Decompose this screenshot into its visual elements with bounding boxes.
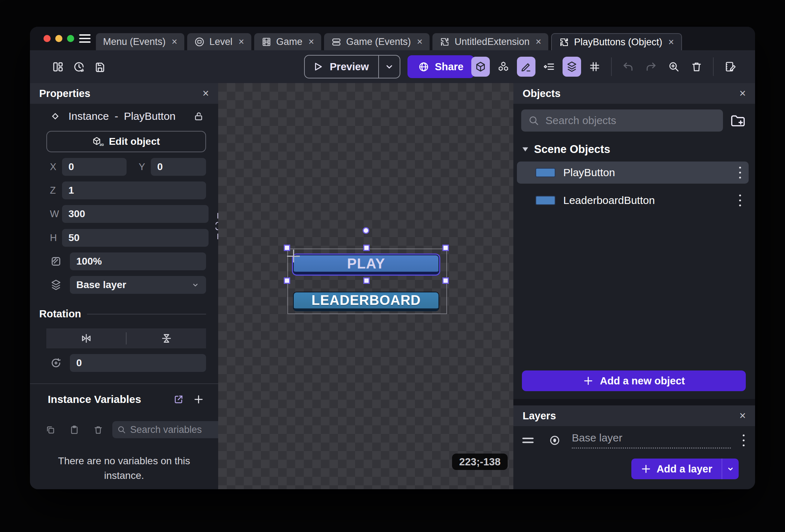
add-new-object-button[interactable]: Add a new object	[522, 370, 746, 391]
edit-object-button[interactable]: 2D Edit object	[46, 131, 206, 152]
layer-name-field[interactable]: Base layer	[572, 432, 731, 449]
share-button[interactable]: Share	[407, 55, 474, 78]
search-icon	[528, 115, 539, 126]
height-field[interactable]	[62, 229, 209, 247]
tab-untitled-extension[interactable]: UntitledExtension ×	[432, 33, 548, 50]
trash-icon[interactable]	[93, 425, 103, 435]
plus-icon	[583, 375, 594, 386]
instance-object-name: PlayButton	[124, 110, 175, 122]
instances-list-button[interactable]	[540, 57, 558, 77]
width-row: W	[50, 205, 214, 223]
z-field[interactable]	[62, 181, 206, 199]
kebab-menu-icon[interactable]	[738, 193, 742, 208]
leaderboard-button-instance[interactable]: LEADERBOARD	[293, 292, 439, 311]
tab-menu-events[interactable]: Menu (Events) ×	[96, 33, 184, 50]
kebab-menu-icon[interactable]	[742, 433, 746, 448]
film-icon	[261, 37, 272, 47]
y-field[interactable]	[151, 158, 206, 176]
width-field[interactable]	[62, 205, 209, 223]
add-layer-button[interactable]: Add a layer	[631, 459, 722, 479]
zoom-window-button[interactable]	[67, 35, 74, 42]
edit-mode-button[interactable]	[517, 57, 535, 77]
resize-handle-top-center[interactable]	[363, 245, 370, 251]
object-name: LeaderboardButton	[563, 194, 655, 206]
search-objects-box	[521, 109, 723, 132]
save-icon[interactable]	[94, 61, 106, 73]
close-icon[interactable]: ×	[739, 409, 746, 422]
scene-objects-title: Scene Objects	[534, 143, 610, 156]
x-field[interactable]	[62, 158, 127, 176]
delete-button[interactable]	[687, 57, 706, 77]
resize-handle-top-right[interactable]	[442, 245, 449, 251]
drag-handle-icon[interactable]	[522, 436, 534, 444]
tab-close-icon[interactable]: ×	[535, 36, 541, 47]
cursor-coordinates-value: 223;-138	[459, 456, 501, 468]
scene-canvas[interactable]: PLAY LEADERBOARD 223;-138	[218, 83, 513, 489]
project-manager-icon[interactable]	[52, 61, 64, 73]
close-window-button[interactable]	[43, 35, 51, 42]
search-variables-input[interactable]	[129, 424, 218, 436]
z-label: Z	[50, 185, 62, 196]
kebab-menu-icon[interactable]	[738, 165, 742, 180]
close-icon[interactable]: ×	[202, 87, 209, 100]
minimize-window-button[interactable]	[55, 35, 62, 42]
search-icon	[117, 425, 126, 434]
layer-row-base[interactable]: Base layer	[522, 432, 746, 449]
scene-objects-section[interactable]: Scene Objects	[522, 143, 746, 156]
resize-handle-middle-center[interactable]	[363, 277, 370, 284]
rotation-field[interactable]	[70, 354, 206, 372]
opacity-field[interactable]	[70, 252, 206, 270]
undo-button[interactable]	[619, 57, 637, 77]
tab-close-icon[interactable]: ×	[308, 36, 314, 47]
history-icon[interactable]	[73, 61, 85, 73]
preview-button[interactable]: Preview	[305, 61, 378, 73]
paste-icon[interactable]	[70, 425, 79, 435]
objects-3d-button[interactable]	[494, 57, 513, 77]
scene-icon	[194, 37, 205, 47]
tab-game-events[interactable]: Game (Events) ×	[324, 33, 430, 50]
resize-handle-middle-right[interactable]	[442, 277, 449, 284]
add-variable-icon[interactable]	[193, 394, 204, 405]
lock-aspect-ratio-button[interactable]	[214, 205, 218, 247]
add-folder-icon[interactable]	[730, 113, 746, 128]
resize-handle-middle-left[interactable]	[284, 277, 290, 284]
tab-close-icon[interactable]: ×	[238, 36, 244, 47]
flip-vertical-button[interactable]	[127, 332, 206, 344]
objects-title: Objects	[523, 88, 560, 99]
search-objects-input[interactable]	[545, 114, 716, 127]
play-button-label: PLAY	[347, 256, 385, 272]
edit-object-label: Edit object	[109, 136, 160, 147]
grid-icon	[589, 61, 600, 72]
collapse-triangle-icon	[522, 147, 529, 152]
tab-game[interactable]: Game ×	[254, 33, 321, 50]
object-row-playbutton[interactable]: PlayButton	[517, 162, 749, 184]
grid-button[interactable]	[585, 57, 604, 77]
tab-playbuttons-object[interactable]: PlayButtons (Object) ×	[551, 33, 682, 50]
instance-dash: -	[114, 110, 118, 122]
tab-level[interactable]: Level ×	[187, 33, 251, 50]
render-3d-toggle-button[interactable]	[471, 57, 490, 77]
tab-close-icon[interactable]: ×	[668, 37, 674, 48]
layers-panel-button[interactable]	[563, 57, 581, 77]
h-label: H	[50, 232, 62, 244]
main-menu-icon[interactable]	[79, 34, 91, 43]
properties-panel: Properties × Instance - PlayButton 2D Ed…	[30, 83, 218, 489]
close-icon[interactable]: ×	[739, 87, 746, 100]
flip-horizontal-button[interactable]	[46, 332, 126, 344]
edit-properties-button[interactable]	[721, 57, 739, 77]
tab-close-icon[interactable]: ×	[172, 36, 178, 47]
copy-icon[interactable]	[46, 425, 55, 435]
object-row-leaderboardbutton[interactable]: LeaderboardButton	[517, 189, 749, 211]
zoom-in-button[interactable]	[665, 57, 683, 77]
tab-close-icon[interactable]: ×	[417, 36, 423, 47]
unlock-icon[interactable]	[193, 111, 204, 122]
layer-select[interactable]: Base layer	[70, 276, 206, 294]
rotation-handle[interactable]	[363, 227, 369, 234]
open-in-window-icon[interactable]	[173, 394, 184, 405]
layer-visibility-icon[interactable]	[549, 435, 560, 446]
play-button-instance[interactable]: PLAY	[293, 255, 439, 275]
add-layer-options-button[interactable]	[722, 459, 739, 479]
add-layer-button-group: Add a layer	[631, 459, 739, 479]
redo-button[interactable]	[642, 57, 660, 77]
preview-options-button[interactable]	[379, 62, 400, 71]
